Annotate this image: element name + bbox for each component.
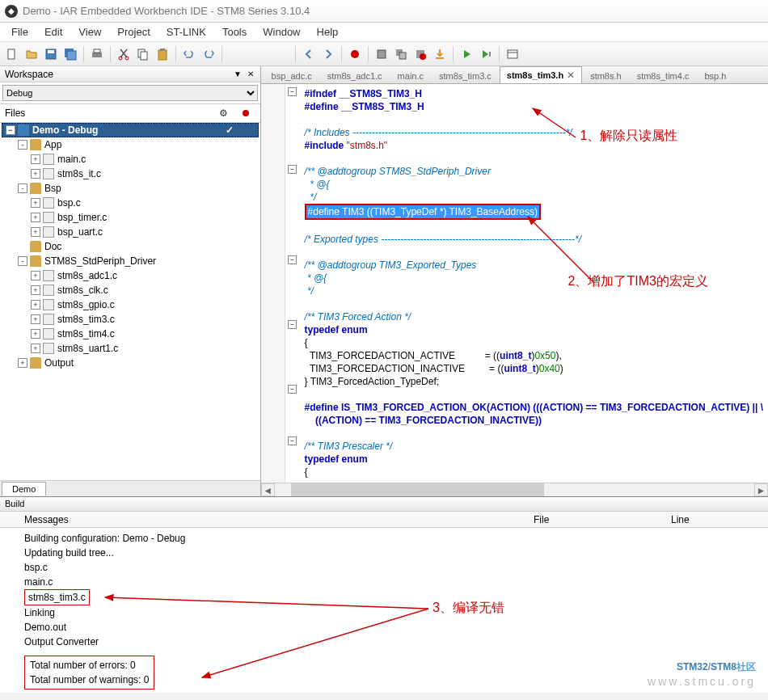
new-file-icon[interactable] (3, 45, 21, 63)
debug-nodownload-icon[interactable] (477, 45, 495, 63)
build-messages[interactable]: Building configuration: Demo - Debug Upd… (0, 528, 768, 693)
toggle-icon[interactable]: + (31, 344, 40, 353)
print-icon[interactable] (88, 45, 106, 63)
toggle-icon[interactable]: + (31, 300, 40, 310)
editor-tab[interactable]: bsp_adc.c (264, 68, 319, 83)
svg-rect-10 (141, 52, 147, 60)
highlighted-define[interactable]: #define TIM3 ((TIM3_TypeDef *) TIM3_Base… (305, 204, 541, 220)
gear-icon[interactable]: ⚙ (219, 108, 228, 119)
toggle-icon[interactable]: + (31, 271, 40, 280)
menu-stlink[interactable]: ST-LINK (158, 23, 214, 40)
tree-item[interactable]: +stm8s_gpio.c (2, 297, 259, 312)
build-msg: Linking (24, 605, 744, 620)
menu-edit[interactable]: Edit (36, 23, 70, 40)
breakpoint-icon[interactable] (346, 45, 364, 63)
toggle-icon[interactable]: + (31, 227, 40, 237)
close-icon[interactable]: ✕ (567, 70, 575, 81)
open-icon[interactable] (23, 45, 40, 63)
editor-tab[interactable]: main.c (390, 68, 431, 83)
build2-icon[interactable] (392, 45, 410, 63)
copy-icon[interactable] (134, 45, 152, 63)
tree-item[interactable]: +bsp_uart.c (2, 225, 259, 239)
code-editor[interactable]: − − − − − − #ifndef __STM8S_TIM3_H #defi… (261, 84, 768, 483)
menu-project[interactable]: Project (109, 23, 158, 40)
tree-item[interactable]: +stm8s_uart1.c (2, 341, 259, 356)
toggle-icon[interactable]: - (18, 183, 27, 193)
tree-item[interactable]: +stm8s_it.c (2, 167, 259, 181)
config-select[interactable]: Debug (2, 85, 258, 101)
tree-item[interactable]: -STM8S_StdPeriph_Driver (2, 254, 259, 268)
build-header: Build (0, 497, 768, 512)
toggle-icon[interactable]: - (18, 140, 27, 150)
tree-item[interactable]: Doc (2, 239, 259, 254)
panel-controls[interactable]: ▼ ✕ (234, 70, 255, 78)
editor-tab[interactable]: stm8s.h (583, 68, 629, 83)
build-icon[interactable] (373, 45, 390, 63)
menu-view[interactable]: View (70, 23, 109, 40)
redo-icon[interactable] (200, 45, 217, 63)
editor-tab[interactable]: stm8s_tim4.c (630, 68, 697, 83)
toggle-icon[interactable]: + (31, 154, 40, 164)
nav-back-icon[interactable] (300, 45, 318, 63)
tree-item[interactable]: +bsp.c (2, 196, 259, 210)
toolbar (0, 42, 768, 66)
menu-tools[interactable]: Tools (214, 23, 255, 40)
svg-rect-11 (158, 50, 167, 60)
toggle-icon[interactable]: + (18, 358, 27, 368)
build-panel: Build Messages File Line Building config… (0, 496, 768, 693)
editor-tab[interactable]: stm8s_tim3.h✕ (500, 66, 582, 83)
toggle-icon[interactable] (18, 242, 27, 251)
tree-item[interactable]: +stm8s_tim4.c (2, 327, 259, 341)
file-tree[interactable]: − Demo - Debug ✓ -App+main.c+stm8s_it.c-… (0, 123, 260, 480)
horizontal-scrollbar[interactable]: ◄► (261, 483, 768, 496)
code-content[interactable]: #ifndef __STM8S_TIM3_H #define __STM8S_T… (300, 84, 768, 483)
file-icon (43, 226, 54, 238)
toggle-icon[interactable]: + (31, 314, 40, 324)
debug-icon[interactable] (458, 45, 475, 63)
folder-icon (30, 183, 41, 194)
nav-fwd-icon[interactable] (319, 45, 337, 63)
toggle-icon[interactable]: + (31, 285, 40, 295)
editor-tab[interactable]: stm8s_adc1.c (320, 68, 390, 83)
fold-gutter[interactable]: − − − − − − (285, 84, 300, 483)
build-msg-highlighted: stm8s_tim3.c (24, 589, 90, 605)
undo-icon[interactable] (180, 45, 198, 63)
stop-build-icon[interactable] (411, 45, 429, 63)
tree-label: Bsp (44, 183, 61, 194)
editor-tab[interactable]: bsp.h (697, 68, 733, 83)
tree-item[interactable]: +bsp_timer.c (2, 210, 259, 225)
line-gutter (261, 84, 285, 483)
file-icon (43, 154, 54, 165)
cut-icon[interactable] (115, 45, 133, 63)
tree-item[interactable]: +stm8s_adc1.c (2, 268, 259, 283)
menu-file[interactable]: File (3, 23, 36, 40)
save-icon[interactable] (42, 45, 60, 63)
tree-item[interactable]: -Bsp (2, 181, 259, 196)
tree-item[interactable]: +stm8s_clk.c (2, 283, 259, 297)
workspace-tab[interactable]: Demo (2, 482, 46, 495)
tree-item[interactable]: -App (2, 137, 259, 152)
options-icon[interactable] (504, 45, 521, 63)
download-icon[interactable] (431, 45, 449, 63)
file-icon (43, 299, 54, 310)
toggle-icon[interactable]: + (31, 169, 40, 179)
toggle-icon[interactable]: + (31, 213, 40, 222)
menu-help[interactable]: Help (309, 23, 347, 40)
tree-root[interactable]: − Demo - Debug ✓ (2, 123, 259, 137)
svg-rect-14 (378, 50, 386, 58)
toggle-icon[interactable]: - (18, 256, 27, 266)
save-all-icon[interactable] (61, 45, 79, 63)
menu-window[interactable]: Window (255, 23, 308, 40)
tree-item[interactable]: +main.c (2, 152, 259, 167)
svg-point-13 (351, 50, 359, 58)
paste-icon[interactable] (154, 45, 171, 63)
tree-label: bsp.c (57, 197, 81, 209)
svg-rect-19 (508, 50, 517, 58)
tree-label: bsp_timer.c (57, 212, 107, 223)
build-msg: Demo.out (24, 620, 744, 635)
editor-tab[interactable]: stm8s_tim3.c (432, 68, 499, 83)
tree-item[interactable]: +Output (2, 356, 259, 370)
toggle-icon[interactable]: + (31, 329, 40, 339)
tree-item[interactable]: +stm8s_tim3.c (2, 312, 259, 327)
toggle-icon[interactable]: + (31, 198, 40, 208)
